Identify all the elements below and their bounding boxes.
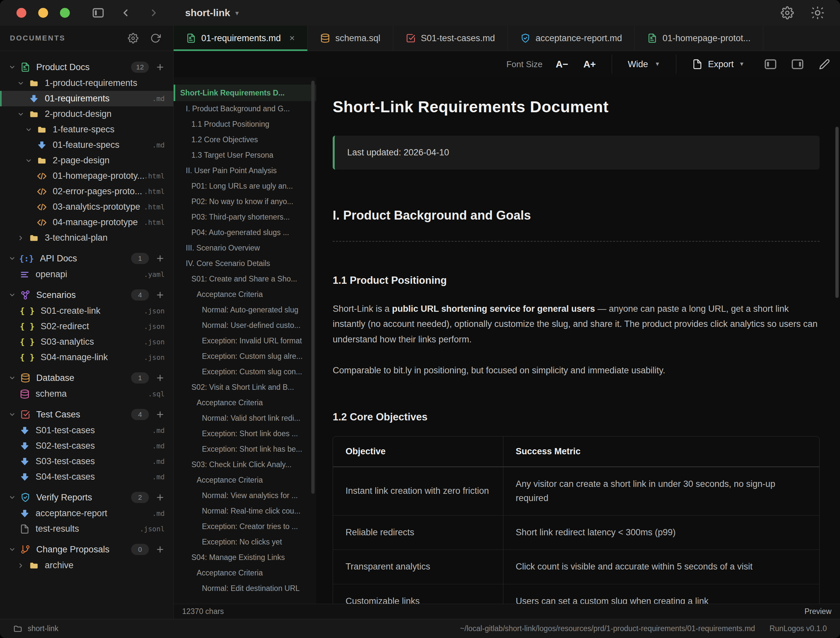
- toc-item[interactable]: 1.3 Target User Persona: [174, 147, 316, 163]
- sidebar-folder-1-product-requirements[interactable]: 1-product-requirements: [0, 76, 173, 91]
- toc-item[interactable]: Exception: Creator tries to ...: [174, 519, 316, 534]
- sidebar-file-02-error-pages-prototype[interactable]: 02-error-pages-proto... .html: [0, 184, 173, 199]
- toc-item[interactable]: III. Scenario Overview: [174, 240, 316, 256]
- tab-01-requirements[interactable]: 01-requirements.md ×: [174, 26, 308, 51]
- tab-s01-test-cases[interactable]: S01-test-cases.md: [393, 26, 508, 51]
- zoom-window-button[interactable]: [60, 8, 70, 18]
- sidebar-file-s01-create-link[interactable]: { } S01-create-link .json: [0, 303, 173, 319]
- toc-item[interactable]: Exception: Invalid URL format: [174, 333, 316, 349]
- sidebar-file-s01-test-cases[interactable]: S01-test-cases .md: [0, 423, 173, 438]
- sidebar-file-04-manage-prototype[interactable]: 04-manage-prototype .html: [0, 215, 173, 230]
- sidebar-section-change-proposals[interactable]: Change Proposals 0: [0, 541, 173, 557]
- sidebar-file-s04-test-cases[interactable]: S04-test-cases .md: [0, 469, 173, 485]
- sidebar-file-s03-test-cases[interactable]: S03-test-cases .md: [0, 454, 173, 469]
- nav-back-button[interactable]: [120, 7, 131, 19]
- toc-item[interactable]: Normal: Edit destination URL: [174, 581, 316, 596]
- sidebar-file-test-results[interactable]: test-results .jsonl: [0, 521, 173, 537]
- sidebar-section-product-docs[interactable]: Product Docs 12: [0, 59, 173, 76]
- sidebar-toggle-button[interactable]: [92, 6, 105, 19]
- add-document-icon[interactable]: [155, 545, 165, 554]
- sidebar-folder-1-feature-specs[interactable]: 1-feature-specs: [0, 122, 173, 137]
- sidebar-file-s02-redirect[interactable]: { } S02-redirect .json: [0, 319, 173, 334]
- sidebar-file-schema[interactable]: schema .sql: [0, 386, 173, 402]
- sidebar-folder-2-product-design[interactable]: 2-product-design: [0, 106, 173, 122]
- toc-item[interactable]: Normal: Valid short link redi...: [174, 411, 316, 426]
- font-increase-button[interactable]: A+: [584, 59, 596, 70]
- sidebar-file-s04-manage-link[interactable]: { } S04-manage-link .json: [0, 350, 173, 365]
- toc-item[interactable]: Normal: Real-time click cou...: [174, 503, 316, 519]
- toc-item[interactable]: P02: No way to know if anyo...: [174, 194, 316, 209]
- editor-status-bar: 12370 chars Preview: [174, 604, 840, 619]
- toc-item[interactable]: Normal: View analytics for ...: [174, 488, 316, 503]
- file-extension: .html: [144, 172, 165, 180]
- add-document-icon[interactable]: [155, 410, 165, 419]
- nav-forward-button[interactable]: [148, 7, 160, 19]
- toc-item[interactable]: Normal: User-defined custo...: [174, 318, 316, 333]
- toc-item[interactable]: IV. Core Scenario Details: [174, 256, 316, 271]
- sidebar-section-api-docs[interactable]: {:} API Docs 1: [0, 250, 173, 267]
- sidebar-file-acceptance-report[interactable]: acceptance-report .md: [0, 506, 173, 521]
- edit-pencil-icon[interactable]: [819, 58, 830, 70]
- toc-item[interactable]: S04: Manage Existing Links: [174, 550, 316, 565]
- toc-item[interactable]: Exception: No clicks yet: [174, 534, 316, 550]
- toc-item[interactable]: Normal: Auto-generated slug: [174, 302, 316, 318]
- toc-item[interactable]: Exception: Short link has be...: [174, 441, 316, 457]
- toc-item[interactable]: Acceptance Criteria: [174, 287, 316, 302]
- tab-schema[interactable]: schema.sql: [308, 26, 393, 51]
- window-title-text: short-link: [185, 7, 230, 19]
- toc-item[interactable]: Exception: Short link does ...: [174, 426, 316, 441]
- toc-item[interactable]: Exception: Custom slug con...: [174, 364, 316, 380]
- toc-item[interactable]: P01: Long URLs are ugly an...: [174, 178, 316, 194]
- sidebar-section-test-cases[interactable]: Test Cases 4: [0, 406, 173, 423]
- sidebar-section-scenarios[interactable]: Scenarios 4: [0, 287, 173, 303]
- toc-item[interactable]: P03: Third-party shorteners...: [174, 209, 316, 225]
- sidebar-file-s02-test-cases[interactable]: S02-test-cases .md: [0, 438, 173, 454]
- toc-item[interactable]: Acceptance Criteria: [174, 395, 316, 411]
- add-document-icon[interactable]: [155, 373, 165, 382]
- sidebar-file-s03-analytics[interactable]: { } S03-analytics .json: [0, 334, 173, 350]
- window-title[interactable]: short-link ▾: [185, 7, 239, 19]
- toc-item[interactable]: Acceptance Criteria: [174, 565, 316, 581]
- toc-item[interactable]: Short-Link Requirements D...: [174, 85, 316, 101]
- close-icon[interactable]: ×: [289, 33, 295, 43]
- toc-item[interactable]: P04: Auto-generated slugs ...: [174, 225, 316, 240]
- sidebar-settings-icon[interactable]: [128, 33, 138, 43]
- minimize-window-button[interactable]: [38, 8, 48, 18]
- sidebar-file-01-homepage-prototype[interactable]: 01-homepage-prototy... .html: [0, 168, 173, 184]
- sidebar-file-01-feature-specs[interactable]: 01-feature-specs .md: [0, 137, 173, 153]
- refresh-icon[interactable]: [150, 33, 161, 43]
- toc-item[interactable]: II. User Pain Point Analysis: [174, 163, 316, 178]
- close-window-button[interactable]: [16, 8, 26, 18]
- toc-item[interactable]: S03: Check Link Click Analy...: [174, 457, 316, 472]
- sidebar-section-database[interactable]: Database 1: [0, 370, 173, 386]
- add-document-icon[interactable]: [155, 493, 165, 502]
- toggle-right-panel-icon[interactable]: [791, 57, 804, 71]
- sidebar-file-openapi[interactable]: openapi .yaml: [0, 267, 173, 282]
- toc-item[interactable]: S02: Visit a Short Link and B...: [174, 380, 316, 395]
- sidebar-folder-archive[interactable]: archive: [0, 557, 173, 573]
- toc-item[interactable]: S01: Create and Share a Sho...: [174, 271, 316, 287]
- sidebar-folder-2-page-design[interactable]: 2-page-design: [0, 153, 173, 168]
- theme-toggle-button[interactable]: [811, 6, 824, 19]
- toc-item[interactable]: 1.2 Core Objectives: [174, 132, 316, 147]
- sidebar-file-03-analytics-prototype[interactable]: 03-analytics-prototype .html: [0, 199, 173, 215]
- sidebar-file-01-requirements[interactable]: 01-requirements .md: [0, 91, 173, 106]
- add-document-icon[interactable]: [155, 291, 165, 300]
- width-mode-dropdown[interactable]: Wide ▼: [628, 59, 660, 69]
- tab-acceptance-report[interactable]: acceptance-report.md: [508, 26, 635, 51]
- toc-scrollbar[interactable]: [311, 81, 315, 494]
- tab-01-homepage-prototype[interactable]: 01-homepage-protot...: [635, 26, 763, 51]
- document-scrollbar[interactable]: [835, 127, 839, 298]
- toggle-left-panel-icon[interactable]: [764, 57, 777, 71]
- add-document-icon[interactable]: [155, 63, 165, 72]
- export-button[interactable]: Export ▼: [692, 59, 745, 69]
- toc-item[interactable]: Exception: Custom slug alre...: [174, 349, 316, 364]
- sidebar-section-verify-reports[interactable]: Verify Reports 2: [0, 489, 173, 506]
- add-document-icon[interactable]: [155, 254, 165, 263]
- settings-button[interactable]: [781, 6, 794, 19]
- toc-item[interactable]: Acceptance Criteria: [174, 472, 316, 488]
- sidebar-folder-3-technical-plan[interactable]: 3-technical-plan: [0, 230, 173, 246]
- toc-item[interactable]: I. Product Background and G...: [174, 101, 316, 117]
- font-decrease-button[interactable]: A−: [556, 59, 568, 70]
- toc-item[interactable]: 1.1 Product Positioning: [174, 117, 316, 132]
